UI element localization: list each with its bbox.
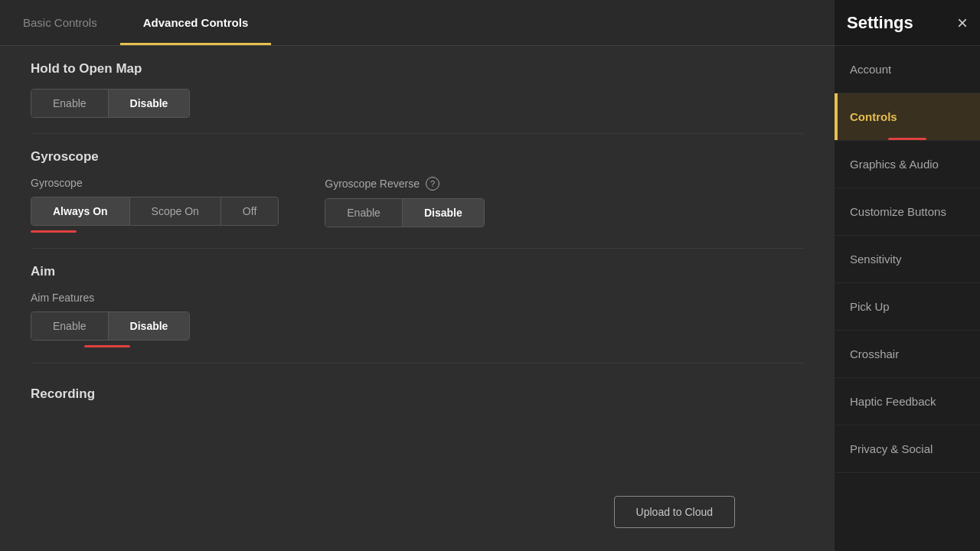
sidebar-item-crosshair[interactable]: Crosshair — [835, 331, 980, 378]
gyroscope-section: Gyroscope Gyroscope Always On Scope On O… — [31, 149, 804, 249]
upload-to-cloud-button[interactable]: Upload to Cloud — [614, 496, 735, 528]
sidebar-item-graphics-audio[interactable]: Graphics & Audio — [835, 141, 980, 188]
aim-section: Aim Aim Features Enable Disable — [31, 264, 804, 364]
sidebar-item-controls-label: Controls — [850, 110, 897, 123]
sidebar-item-account[interactable]: Account — [835, 46, 980, 93]
main-area: Basic Controls Advanced Controls Hold to… — [0, 0, 835, 551]
sidebar-item-graphics-audio-label: Graphics & Audio — [850, 158, 939, 171]
hold-to-open-map-section: Hold to Open Map Enable Disable — [31, 61, 804, 134]
aim-features-label: Aim Features — [31, 292, 804, 304]
gyroscope-always-on-btn[interactable]: Always On — [31, 197, 129, 225]
recording-section-title: Recording — [31, 386, 804, 402]
gyroscope-reverse-label: Gyroscope Reverse — [325, 178, 420, 190]
recording-section: Recording — [31, 379, 804, 455]
gyroscope-reverse-disable-btn[interactable]: Disable — [402, 199, 484, 227]
sidebar: Settings × Account Controls Graphics & A… — [835, 0, 980, 551]
tab-basic-controls[interactable]: Basic Controls — [0, 0, 120, 45]
hold-to-open-map-enable-btn[interactable]: Enable — [31, 90, 108, 117]
hold-to-open-map-toggle: Enable Disable — [31, 89, 190, 118]
gyroscope-reverse-col: Gyroscope Reverse ? Enable Disable — [325, 177, 484, 227]
sidebar-item-pick-up[interactable]: Pick Up — [835, 283, 980, 331]
hold-to-open-map-disable-btn[interactable]: Disable — [108, 90, 190, 117]
settings-title: Settings — [847, 13, 913, 33]
gyroscope-reverse-enable-btn[interactable]: Enable — [325, 199, 402, 227]
sidebar-item-sensitivity-label: Sensitivity — [850, 253, 902, 266]
aim-features-toggle: Enable Disable — [31, 311, 190, 341]
gyroscope-label: Gyroscope — [31, 177, 279, 189]
gyroscope-row: Gyroscope Always On Scope On Off Gyrosco… — [31, 177, 804, 233]
gyroscope-reverse-help-icon[interactable]: ? — [426, 177, 439, 191]
gyroscope-selected-indicator — [31, 230, 77, 233]
sidebar-item-customize-buttons[interactable]: Customize Buttons — [835, 188, 980, 236]
tab-advanced-controls[interactable]: Advanced Controls — [120, 0, 272, 45]
hold-to-open-map-title: Hold to Open Map — [31, 61, 804, 77]
tabs-bar: Basic Controls Advanced Controls — [0, 0, 835, 46]
tab-basic-controls-label: Basic Controls — [23, 16, 97, 29]
content-area: Hold to Open Map Enable Disable Gyroscop… — [0, 46, 835, 551]
sidebar-item-privacy-social-label: Privacy & Social — [850, 442, 933, 455]
aim-section-title: Aim — [31, 264, 804, 279]
sidebar-item-privacy-social[interactable]: Privacy & Social — [835, 425, 980, 473]
gyroscope-toggle: Always On Scope On Off — [31, 197, 279, 226]
aim-disable-btn[interactable]: Disable — [108, 312, 190, 340]
aim-selected-indicator — [84, 345, 130, 347]
sidebar-item-controls[interactable]: Controls — [835, 93, 980, 141]
gyroscope-col: Gyroscope Always On Scope On Off — [31, 177, 279, 233]
sidebar-item-account-label: Account — [850, 63, 891, 76]
sidebar-item-pick-up-label: Pick Up — [850, 300, 890, 313]
tab-advanced-controls-label: Advanced Controls — [143, 16, 249, 29]
sidebar-item-haptic-feedback[interactable]: Haptic Feedback — [835, 378, 980, 425]
gyroscope-scope-on-btn[interactable]: Scope On — [129, 197, 220, 225]
sidebar-item-customize-buttons-label: Customize Buttons — [850, 205, 946, 218]
sidebar-item-haptic-feedback-label: Haptic Feedback — [850, 395, 936, 408]
sidebar-header: Settings × — [835, 0, 980, 46]
sidebar-item-crosshair-label: Crosshair — [850, 347, 899, 360]
gyroscope-reverse-label-row: Gyroscope Reverse ? — [325, 177, 484, 191]
sidebar-item-sensitivity[interactable]: Sensitivity — [835, 236, 980, 283]
close-button[interactable]: × — [957, 14, 968, 32]
gyroscope-off-btn[interactable]: Off — [220, 197, 278, 225]
gyroscope-section-title: Gyroscope — [31, 149, 804, 165]
aim-enable-btn[interactable]: Enable — [31, 312, 108, 340]
gyroscope-reverse-toggle: Enable Disable — [325, 198, 484, 227]
